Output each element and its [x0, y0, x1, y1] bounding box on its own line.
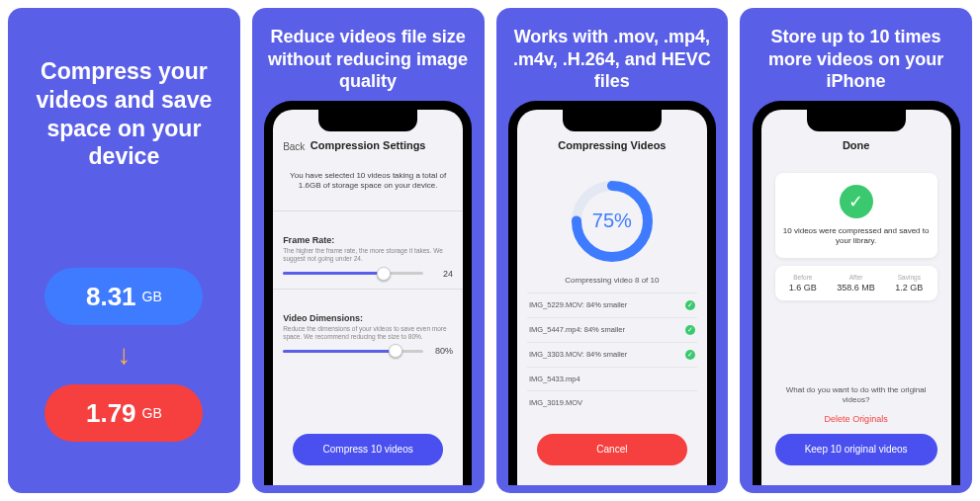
frame-rate-slider[interactable]: 24 [283, 269, 453, 279]
panel-compress-save: Compress your videos and save space on y… [8, 8, 240, 493]
done-card: ✓ 10 videos were compressed and saved to… [775, 173, 937, 259]
slider-track [283, 350, 423, 353]
panel1-title: Compress your videos and save space on y… [8, 8, 240, 179]
compress-button[interactable]: Compress 10 videos [293, 434, 443, 465]
stat-before: Before 1.6 GB [789, 274, 817, 292]
stat-savings: Savings 1.2 GB [895, 274, 923, 292]
panel3-title: Works with .mov, .mp4, .m4v, .H.264, and… [496, 8, 729, 99]
back-button[interactable]: Back [283, 141, 305, 152]
selection-summary: You have selected 10 videos taking a tot… [283, 167, 453, 202]
phone-frame: Done ✓ 10 videos were compressed and sav… [753, 101, 960, 485]
arrow-down-icon: ↓ [117, 341, 131, 369]
dimensions-slider[interactable]: 80% [283, 346, 453, 356]
screen-done: Done ✓ 10 videos were compressed and sav… [761, 110, 951, 485]
cancel-button[interactable]: Cancel [537, 434, 687, 465]
frame-rate-value: 24 [429, 269, 453, 279]
stat-label: Before [789, 274, 817, 281]
file-row: IMG_3019.MOV [527, 390, 697, 414]
stat-value: 1.6 GB [789, 283, 817, 292]
divider [273, 210, 463, 211]
nav-title: Compression Settings [311, 139, 426, 151]
file-name: IMG_3303.MOV: 84% smaller [529, 350, 627, 359]
nav-title: Compressing Videos [558, 139, 666, 151]
done-message: 10 videos were compressed and saved to y… [783, 226, 930, 247]
file-name: IMG_5447.mp4: 84% smaller [529, 325, 625, 334]
stat-label: After [837, 274, 875, 281]
panel1-body: 8.31 GB ↓ 1.79 GB [45, 268, 203, 442]
stat-value: 358.6 MB [837, 283, 875, 292]
size-after-unit: GB [142, 405, 162, 421]
screen-progress: Compressing Videos 75% Compressing video… [517, 110, 707, 485]
stat-value: 1.2 GB [895, 283, 923, 292]
check-icon: ✓ [685, 325, 695, 335]
phone-notch [563, 110, 662, 131]
dimensions-label: Video Dimensions: [283, 313, 453, 323]
stat-after: After 358.6 MB [837, 274, 875, 292]
stats-card: Before 1.6 GB After 358.6 MB Savings 1.2… [775, 266, 937, 300]
file-list: IMG_5229.MOV: 84% smaller✓ IMG_5447.mp4:… [527, 292, 697, 414]
stat-label: Savings [895, 274, 923, 281]
file-row: IMG_5447.mp4: 84% smaller✓ [527, 317, 697, 342]
progress-ring-wrap: 75% [527, 167, 697, 272]
screen-body: 75% Compressing video 8 of 10 IMG_5229.M… [517, 159, 707, 485]
size-before-pill: 8.31 GB [45, 268, 203, 325]
divider [273, 289, 463, 290]
screen-body: You have selected 10 videos taking a tot… [273, 159, 463, 485]
size-before-value: 8.31 [86, 282, 136, 312]
progress-ring: 75% [568, 177, 657, 266]
originals-question: What do you want to do with the original… [771, 385, 941, 406]
file-name: IMG_5433.mp4 [529, 375, 580, 383]
phone-notch [807, 110, 906, 131]
success-check-icon: ✓ [840, 185, 873, 218]
size-after-value: 1.79 [86, 398, 136, 429]
check-icon: ✓ [685, 300, 695, 310]
nav-title: Done [843, 139, 870, 151]
panel2-title: Reduce videos file size without reducing… [252, 8, 485, 99]
dimensions-value: 80% [429, 346, 453, 356]
panel-settings: Reduce videos file size without reducing… [252, 8, 485, 493]
screen-settings: Back Compression Settings You have selec… [273, 110, 463, 485]
progress-percent: 75% [568, 177, 657, 266]
panel-progress: Works with .mov, .mp4, .m4v, .H.264, and… [496, 8, 729, 493]
phone-notch [318, 110, 417, 131]
file-name: IMG_5229.MOV: 84% smaller [529, 300, 627, 309]
file-row: IMG_3303.MOV: 84% smaller✓ [527, 342, 697, 367]
file-row: IMG_5433.mp4 [527, 367, 697, 390]
dimensions-hint: Reduce the dimensions of your videos to … [283, 325, 453, 341]
frame-rate-label: Frame Rate: [283, 235, 453, 245]
phone-frame: Compressing Videos 75% Compressing video… [508, 101, 716, 485]
screen-body: ✓ 10 videos were compressed and saved to… [761, 159, 951, 485]
size-after-pill: 1.79 GB [45, 384, 203, 442]
frame-rate-hint: The higher the frame rate, the more stor… [283, 247, 453, 263]
check-icon: ✓ [685, 350, 695, 360]
keep-originals-button[interactable]: Keep 10 original videos [775, 434, 937, 465]
slider-track [283, 272, 423, 275]
size-before-unit: GB [142, 289, 162, 304]
panel-done: Store up to 10 times more videos on your… [740, 8, 972, 493]
file-row: IMG_5229.MOV: 84% smaller✓ [527, 292, 697, 317]
progress-label: Compressing video 8 of 10 [527, 276, 697, 285]
phone-frame: Back Compression Settings You have selec… [264, 101, 472, 485]
panel4-title: Store up to 10 times more videos on your… [740, 8, 972, 99]
delete-originals-button[interactable]: Delete Originals [771, 414, 941, 424]
file-name: IMG_3019.MOV [529, 398, 582, 407]
